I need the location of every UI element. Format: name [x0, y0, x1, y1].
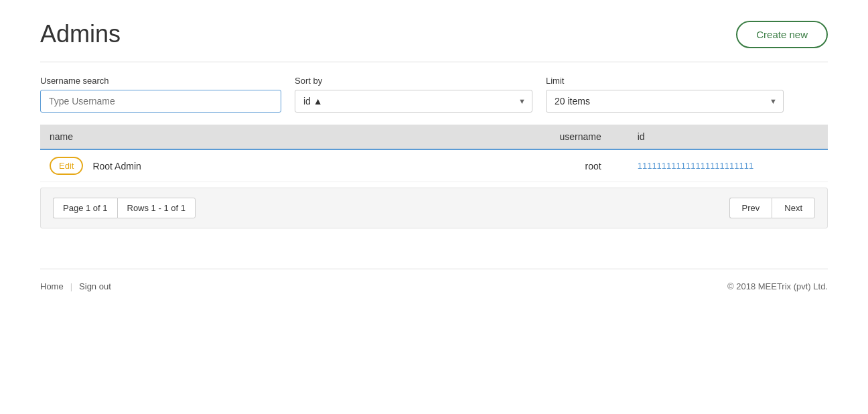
col-header-name: name [40, 125, 513, 149]
admins-table: name username id Edit Root Admin root 11… [40, 125, 828, 182]
header-divider [40, 62, 828, 62]
limit-select-wrapper: 10 items 20 items 50 items 100 items [546, 90, 784, 113]
pagination-container: Page 1 of 1 Rows 1 - 1 of 1 Prev Next [40, 188, 828, 228]
cell-name: Edit Root Admin [40, 149, 513, 182]
sign-out-link[interactable]: Sign out [79, 281, 111, 291]
username-search-label: Username search [40, 76, 281, 86]
next-button[interactable]: Next [772, 198, 815, 218]
sort-by-select[interactable]: id ▲ id ▼ name ▲ name ▼ [295, 90, 532, 113]
sort-by-label: Sort by [295, 76, 532, 86]
limit-label: Limit [546, 76, 784, 86]
admin-name: Root Admin [92, 161, 141, 171]
cell-id: 111111111111111111111111 [628, 149, 828, 182]
pagination-left: Page 1 of 1 Rows 1 - 1 of 1 [53, 198, 196, 218]
edit-button[interactable]: Edit [50, 157, 83, 175]
limit-group: Limit 10 items 20 items 50 items 100 ite… [546, 76, 784, 113]
sort-by-select-wrapper: id ▲ id ▼ name ▲ name ▼ [295, 90, 532, 113]
pagination-right: Prev Next [729, 198, 815, 218]
page-info: Page 1 of 1 [53, 198, 117, 218]
rows-info: Rows 1 - 1 of 1 [117, 198, 196, 218]
sort-by-group: Sort by id ▲ id ▼ name ▲ name ▼ [295, 76, 532, 113]
create-new-button[interactable]: Create new [736, 21, 828, 48]
copyright: © 2018 MEETrix (pvt) Ltd. [727, 281, 828, 291]
footer-separator: | [70, 281, 72, 291]
table-row: Edit Root Admin root 1111111111111111111… [40, 149, 828, 182]
table-header-row: name username id [40, 125, 828, 149]
filter-row: Username search Sort by id ▲ id ▼ name ▲… [40, 76, 828, 113]
cell-username: root [513, 149, 628, 182]
col-header-username: username [513, 125, 628, 149]
prev-button[interactable]: Prev [729, 198, 772, 218]
page-title: Admins [40, 20, 121, 48]
page-header: Admins Create new [40, 0, 828, 62]
username-search-input[interactable] [40, 90, 281, 113]
cell-name-with-edit: Edit Root Admin [50, 157, 504, 175]
limit-select[interactable]: 10 items 20 items 50 items 100 items [546, 90, 784, 113]
footer-links: Home | Sign out [40, 281, 111, 291]
username-search-group: Username search [40, 76, 281, 113]
footer: Home | Sign out © 2018 MEETrix (pvt) Ltd… [40, 269, 828, 303]
col-header-id: id [628, 125, 828, 149]
home-link[interactable]: Home [40, 281, 64, 291]
